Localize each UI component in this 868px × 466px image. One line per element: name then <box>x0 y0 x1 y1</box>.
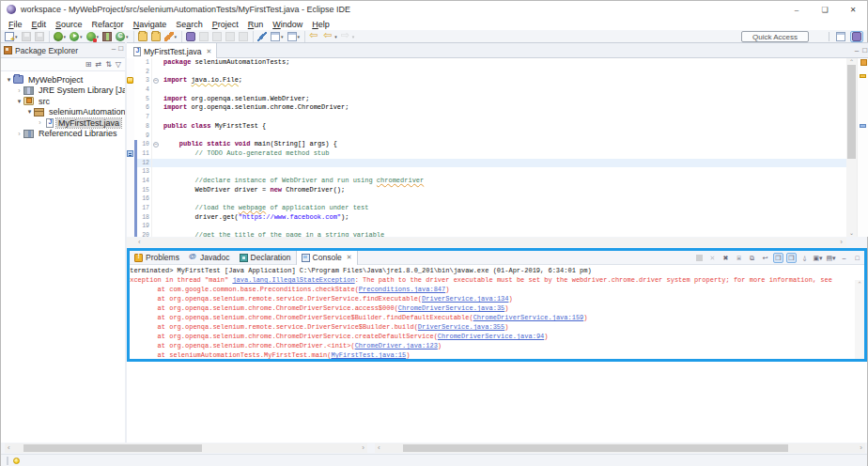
dropdown-arrow-icon[interactable]: ▾ <box>175 34 178 39</box>
quick-access-box[interactable]: Quick Access <box>741 31 809 42</box>
stacktrace-link[interactable]: ChromeDriverService.java:35 <box>398 304 504 312</box>
tree-item-jre-system-library-javase-1-8[interactable]: ›JRE System Library [JavaSE-1.8 <box>1 85 125 97</box>
clear-console-icon[interactable]: ⌸ <box>734 253 744 263</box>
scroll-right-icon[interactable]: › <box>362 443 364 453</box>
scroll-left-icon[interactable]: ‹ <box>8 443 10 453</box>
menu-file[interactable]: File <box>4 20 27 29</box>
remove-all-terminated-icon[interactable]: ✖ <box>721 253 731 263</box>
run-external-tools-icon[interactable]: ▾ <box>85 31 101 42</box>
scrollbar-thumb[interactable] <box>23 444 202 452</box>
import-folder-icon[interactable] <box>150 31 162 42</box>
console-tab-javadoc[interactable]: Javadoc <box>184 251 235 265</box>
tab-close-icon[interactable]: ✕ <box>347 254 352 261</box>
open-perspective-icon[interactable] <box>834 31 847 42</box>
tree-item-src[interactable]: ▾src <box>1 96 125 107</box>
view-menu-icon[interactable]: ▽ <box>116 60 121 69</box>
editor-minimize-icon[interactable]: – <box>855 46 859 54</box>
new-annotation-icon[interactable]: ▾ <box>270 31 285 42</box>
console-output[interactable]: <terminated> MyFirstTest [Java Applicati… <box>130 265 864 359</box>
menu-window[interactable]: Window <box>268 20 307 29</box>
scroll-lock-icon[interactable]: ⧉ <box>747 253 757 263</box>
back-icon[interactable]: ▾ <box>322 31 338 42</box>
pen-icon[interactable] <box>253 31 268 42</box>
warning-icon[interactable] <box>127 77 133 84</box>
new-wizard-icon[interactable]: ▾ <box>4 31 19 42</box>
menu-refactor[interactable]: Refactor <box>87 20 129 29</box>
dropdown-arrow-icon[interactable]: ▾ <box>334 34 337 39</box>
brush-icon[interactable]: ▾ <box>163 31 178 42</box>
console-vertical-scrollbar[interactable]: ⌃ ⌄ <box>855 280 864 359</box>
tree-item-mywebproject[interactable]: ▾MyWebProject <box>1 74 125 85</box>
tree-expanded-icon[interactable]: ▾ <box>15 98 23 105</box>
view-maximize-icon[interactable]: □ <box>118 44 123 53</box>
fold-collapse-icon[interactable]: − <box>153 78 159 84</box>
dropdown-arrow-icon[interactable]: ▾ <box>298 34 301 39</box>
view-minimize-icon[interactable]: – <box>112 44 116 53</box>
dropdown-arrow-icon[interactable]: ▾ <box>126 34 129 39</box>
warning-marker[interactable] <box>860 74 866 78</box>
menu-edit[interactable]: Edit <box>27 20 52 29</box>
scrollbar-thumb[interactable] <box>847 65 856 159</box>
stacktrace-link[interactable]: ChromeDriverService.java:94 <box>438 333 544 340</box>
dropdown-arrow-icon[interactable]: ▾ <box>15 34 18 39</box>
window-restore-button[interactable]: ❏ <box>811 1 839 18</box>
pin-console-icon[interactable]: ⍙ <box>799 253 810 263</box>
run-icon[interactable]: ▾ <box>69 31 84 42</box>
scroll-down-icon[interactable]: ⌄ <box>846 229 857 237</box>
menu-search[interactable]: Search <box>171 20 208 29</box>
menu-navigate[interactable]: Navigate <box>129 20 172 29</box>
plugin-icon[interactable] <box>181 31 196 42</box>
window-minimize-button[interactable]: – <box>783 1 811 18</box>
link-with-editor-icon[interactable]: ⇄ <box>95 60 101 69</box>
tree-expanded-icon[interactable]: ▾ <box>25 108 34 116</box>
scroll-right-icon[interactable]: › <box>860 443 862 453</box>
stacktrace-link[interactable]: Preconditions.java:847 <box>359 286 445 293</box>
tree-collapsed-icon[interactable]: › <box>15 87 23 94</box>
menu-source[interactable]: Source <box>51 20 87 29</box>
collapse-all-icon[interactable]: ⊞ <box>85 60 92 69</box>
fold-collapse-icon[interactable]: − <box>153 142 159 148</box>
tab-close-icon[interactable]: ✕ <box>206 48 211 55</box>
left-horizontal-scrollbar[interactable]: ‹ › <box>5 443 367 453</box>
dropdown-arrow-icon[interactable]: ▾ <box>97 34 100 39</box>
menu-help[interactable]: Help <box>307 20 334 29</box>
stacktrace-link[interactable]: java.lang.IllegalStateException <box>232 276 354 284</box>
stacktrace-link[interactable]: MyFirstTest.java:15 <box>331 351 406 359</box>
next-annotation-icon[interactable]: ▾ <box>287 31 302 42</box>
editor-maximize-icon[interactable]: □ <box>862 46 867 54</box>
dropdown-arrow-icon[interactable]: ▾ <box>352 34 355 39</box>
window-close-button[interactable]: ✕ <box>839 1 867 18</box>
maximize-view-icon[interactable]: □ <box>852 253 862 263</box>
show-stdout-icon[interactable]: ❐ <box>773 253 783 263</box>
tree-collapsed-icon[interactable]: › <box>15 131 23 137</box>
stacktrace-link[interactable]: DriverService.java:134 <box>422 295 508 303</box>
scroll-left-icon[interactable]: ‹ <box>378 443 380 453</box>
tree-expanded-icon[interactable]: ▾ <box>5 76 13 84</box>
scroll-left-icon[interactable]: ‹ <box>138 238 141 247</box>
package-explorer-tab[interactable]: Package Explorer – □ <box>1 43 125 58</box>
console-tab-declaration[interactable]: Declaration <box>235 251 296 265</box>
editor-tab-myfirsttest[interactable]: MyFirstTest.java ✕ <box>127 43 217 59</box>
stacktrace-link[interactable]: DriverService.java:355 <box>418 323 504 331</box>
editor-vertical-scrollbar[interactable]: ⌃ ⌄ <box>846 58 857 237</box>
open-console-icon[interactable]: ▤▾ <box>826 253 836 263</box>
last-edit-location-icon[interactable] <box>304 31 320 42</box>
display-selected-console-icon[interactable]: ▣▾ <box>813 253 823 263</box>
console-tab-console[interactable]: Console✕ <box>296 251 358 265</box>
dropdown-arrow-icon[interactable]: ▾ <box>281 34 284 39</box>
task-marker[interactable] <box>860 124 866 128</box>
scrollbar-thumb[interactable] <box>403 444 788 452</box>
tree-item-myfirsttest-java[interactable]: ›MyFirstTest.java <box>1 117 125 129</box>
debug-icon[interactable]: ▾ <box>49 31 68 42</box>
open-task-icon[interactable] <box>133 31 148 42</box>
task-icon[interactable] <box>127 150 133 157</box>
tree-item-seleniumautomationtests[interactable]: ▾seleniumAutomationTests <box>1 107 125 118</box>
editor-horizontal-scrollbar[interactable]: ‹ › <box>127 238 846 247</box>
scroll-right-icon[interactable]: › <box>840 238 843 247</box>
scroll-up-icon[interactable]: ⌃ <box>855 280 864 287</box>
minimize-view-icon[interactable]: – <box>839 253 849 263</box>
tip-lightbulb-icon[interactable] <box>13 458 20 464</box>
code-editor[interactable]: 1package seleniumAutomationTests;23−impo… <box>127 58 846 237</box>
new-java-class-icon[interactable]: ▾ <box>115 31 130 42</box>
word-wrap-icon[interactable]: ↩ <box>760 253 770 263</box>
